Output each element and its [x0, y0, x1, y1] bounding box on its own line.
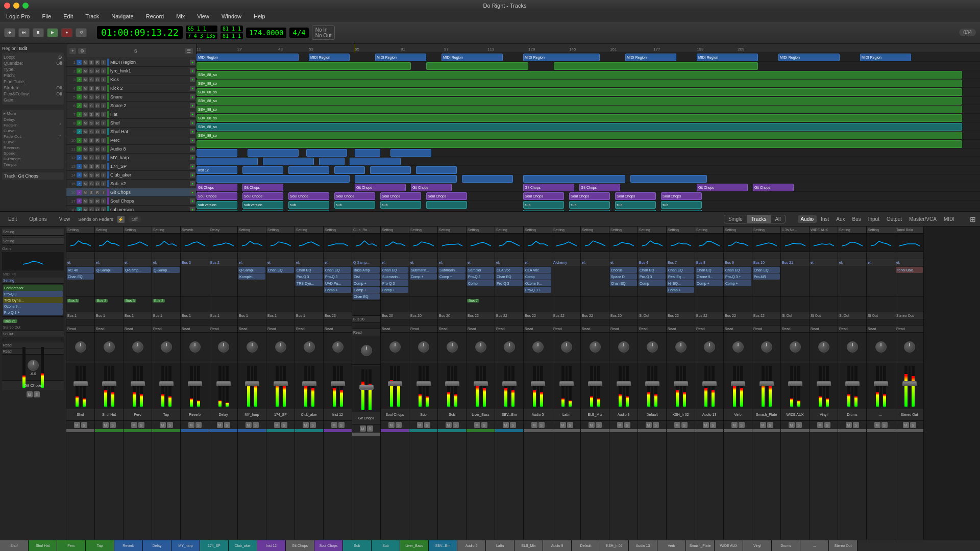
ch-s-btn-19[interactable]: S [624, 422, 630, 428]
ch-m-btn-6[interactable]: M [246, 422, 252, 428]
ch-setting-6[interactable]: Setting [238, 227, 266, 234]
menu-record[interactable]: Record [144, 12, 166, 20]
tab-input[interactable]: Input [865, 215, 883, 223]
ch-m-btn-23[interactable]: M [731, 422, 738, 428]
fx-slot-10-4[interactable]: Chan EQ [353, 293, 380, 299]
ch-send-1[interactable]: Bus 3 [95, 299, 108, 303]
ch-auto-26[interactable]: Read [810, 325, 838, 333]
track-i-15[interactable]: I [101, 190, 106, 195]
arrange-row-18[interactable]: BlineBlineBlineBlineBlineBlineBline [197, 209, 980, 211]
ch-s-btn-15[interactable]: S [510, 422, 516, 428]
ch-auto-22[interactable]: Read [695, 325, 723, 333]
track-i-5[interactable]: I [101, 103, 106, 108]
region-13-5[interactable] [416, 166, 457, 174]
ch-output-10[interactable]: Bus 20 [352, 316, 380, 323]
track-row-16[interactable]: 17 ♪ M S R I Soul Chops ● [66, 197, 196, 206]
ch-setting-4[interactable]: Reverb [181, 227, 209, 234]
ch-m-btn-14[interactable]: M [474, 422, 480, 428]
region-7-0[interactable]: SBV_88_so [197, 114, 962, 122]
ch-m-btn-12[interactable]: M [417, 422, 423, 428]
track-s-7[interactable]: S [89, 120, 94, 126]
fx-slot-15-2[interactable]: Pro-Q 3 [496, 280, 523, 286]
region-18-1[interactable]: Bline [242, 210, 283, 211]
track-rec-14[interactable]: ● [190, 181, 195, 186]
track-m-5[interactable]: M [83, 103, 88, 108]
track-rec-7[interactable]: ● [190, 120, 195, 126]
ch-output-3[interactable]: Bus 1 [152, 312, 180, 319]
region-16-4[interactable]: Soul Chops [380, 192, 421, 200]
ch-input-17[interactable]: Alchemy [552, 259, 580, 266]
minimize-button[interactable] [13, 3, 19, 9]
ch-m-btn-26[interactable]: M [817, 422, 823, 428]
ch-input-20[interactable]: Bus 4 [638, 259, 666, 266]
ch-setting-18[interactable]: Setting [581, 227, 609, 234]
ch-output-14[interactable]: Bus 22 [467, 312, 495, 319]
ch-fader-4[interactable] [194, 366, 196, 407]
ch-pan-knob-19[interactable] [618, 341, 629, 353]
region-0-6[interactable]: MIDI Region [697, 54, 758, 61]
ch-m-btn-10[interactable]: M [360, 425, 366, 432]
ch-fader-handle-22[interactable] [702, 381, 717, 386]
ch-s-btn-20[interactable]: S [653, 422, 659, 428]
ch-input-4[interactable]: Bus 3 [181, 259, 209, 266]
track-rec-5[interactable]: ● [190, 103, 195, 108]
region-9-0[interactable]: SBV_88_so [197, 132, 962, 139]
ch-pan-knob-26[interactable] [818, 341, 829, 353]
ch-output-22[interactable]: Bus 22 [695, 312, 723, 319]
ch-fader-16[interactable] [537, 366, 539, 407]
region-0-8[interactable]: MIDI Region [860, 54, 911, 61]
ch-setting-1[interactable]: Setting [95, 227, 123, 234]
ch-auto-10[interactable]: Read [352, 329, 380, 336]
menu-mix[interactable]: Mix [174, 12, 187, 20]
ch-m-btn-24[interactable]: M [760, 422, 766, 428]
ch-fader-20[interactable] [651, 366, 653, 407]
ch-fader-25[interactable] [794, 366, 796, 407]
fx-slot-10-0[interactable]: Bass Amp [353, 267, 380, 273]
region-18-3[interactable]: Bline [523, 210, 564, 211]
ch-setting-3[interactable]: Setting [152, 227, 180, 234]
fx-slot-16-0[interactable]: CLA Voc [524, 267, 551, 273]
fx-slot-3-0[interactable]: Q-Samp... [153, 267, 180, 273]
ch-m-btn-0[interactable]: M [74, 422, 80, 428]
fx-slot-14-2[interactable]: Comp [467, 280, 494, 286]
track-m-8[interactable]: M [83, 129, 88, 134]
tab-all[interactable]: All [771, 215, 785, 223]
region-14-0[interactable] [197, 175, 350, 183]
fx-slot-9-3[interactable]: Comp + [324, 287, 351, 293]
ch-setting-0[interactable]: Setting [66, 227, 94, 234]
fast-forward-button[interactable]: ⏭ [18, 28, 30, 37]
ch-s-btn-21[interactable]: S [681, 422, 688, 428]
time-display[interactable]: 01:00:09:13.22 [97, 26, 183, 39]
region-17-0[interactable]: sub version [197, 201, 237, 209]
ch-input-1[interactable]: el. [95, 259, 123, 266]
ch-fader-handle-9[interactable] [331, 381, 345, 386]
ch-auto-4[interactable]: Read [181, 325, 209, 333]
fx-ozone[interactable]: Ozone 9... [3, 303, 63, 309]
track-s-11[interactable]: S [89, 155, 94, 160]
ch-eq-16[interactable] [524, 234, 552, 252]
ch-m-btn-18[interactable]: M [589, 422, 595, 428]
fx-slot-19-1[interactable]: Space D [610, 273, 637, 280]
ch-s-btn-2[interactable]: S [138, 422, 144, 428]
ch-eq-7[interactable] [266, 234, 295, 252]
beats-display-bot[interactable]: 7 4 3 135 [186, 33, 217, 39]
ch-s-btn-1[interactable]: S [110, 422, 116, 428]
ch-fader-0[interactable] [80, 366, 82, 407]
ch-input-7[interactable]: el. [266, 259, 295, 266]
track-rec-16[interactable]: ● [190, 198, 195, 204]
track-r-12[interactable]: R [95, 164, 100, 169]
ch-s-btn-0[interactable]: S [81, 422, 87, 428]
arrange-row-14[interactable] [197, 174, 980, 183]
left-s-button[interactable]: S [34, 391, 40, 397]
track-r-10[interactable]: R [95, 146, 100, 152]
ch-s-btn-13[interactable]: S [453, 422, 459, 428]
ch-fader-handle-25[interactable] [788, 381, 802, 386]
track-i-13[interactable]: I [101, 172, 106, 178]
ch-m-btn-19[interactable]: M [617, 422, 623, 428]
ch-auto-28[interactable]: Read [867, 325, 895, 333]
arrange-row-1[interactable] [197, 62, 980, 70]
ch-setting-17[interactable]: Setting [552, 227, 580, 234]
ch-auto-25[interactable]: Read [781, 325, 809, 333]
ch-auto-21[interactable]: Read [667, 325, 695, 333]
ch-fader-handle-14[interactable] [474, 381, 488, 386]
